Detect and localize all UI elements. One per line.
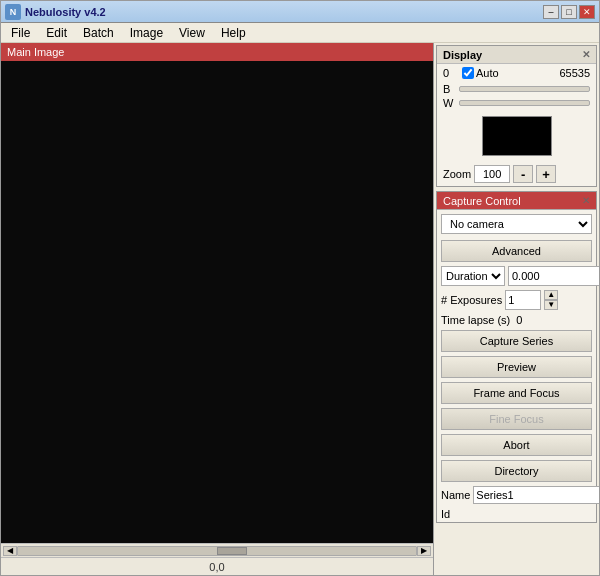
exposures-up-button[interactable]: ▲ xyxy=(544,290,558,300)
main-content: Main Image ◀ ▶ 0,0 Display ✕ xyxy=(1,43,599,575)
abort-button[interactable]: Abort xyxy=(441,434,592,456)
zoom-input[interactable] xyxy=(474,165,510,183)
duration-select[interactable]: Duration Bulb Fixed xyxy=(441,266,505,286)
capture-panel-title: Capture Control ✕ xyxy=(437,192,596,210)
zoom-minus-button[interactable]: - xyxy=(513,165,533,183)
app-icon: N xyxy=(5,4,21,20)
display-close-button[interactable]: ✕ xyxy=(582,49,590,60)
max-value: 65535 xyxy=(559,67,590,79)
zoom-plus-button[interactable]: + xyxy=(536,165,556,183)
capture-panel: Capture Control ✕ No camera Advanced Dur… xyxy=(436,191,597,523)
preview-button[interactable]: Preview xyxy=(441,356,592,378)
close-button[interactable]: ✕ xyxy=(579,5,595,19)
right-panel: Display ✕ 0 Auto 65535 B W xyxy=(434,43,599,575)
minimize-button[interactable]: – xyxy=(543,5,559,19)
b-slider[interactable] xyxy=(459,86,590,92)
camera-select[interactable]: No camera xyxy=(441,214,592,234)
name-input[interactable] xyxy=(473,486,599,504)
timelapse-value: 0 xyxy=(516,314,522,326)
auto-label: Auto xyxy=(476,67,499,79)
scroll-track-h[interactable] xyxy=(17,546,417,556)
exposures-row: # Exposures ▲ ▼ xyxy=(437,288,596,312)
display-panel-title: Display ✕ xyxy=(437,46,596,64)
image-panel: Main Image ◀ ▶ 0,0 xyxy=(1,43,434,575)
horizontal-scrollbar[interactable]: ◀ ▶ xyxy=(1,543,433,557)
advanced-button[interactable]: Advanced xyxy=(441,240,592,262)
main-window: N Nebulosity v4.2 – □ ✕ File Edit Batch … xyxy=(0,0,600,576)
name-label: Name xyxy=(441,489,470,501)
w-slider-row: W xyxy=(437,96,596,110)
id-row: Id xyxy=(437,506,596,522)
timelapse-label: Time lapse (s) xyxy=(441,314,510,326)
id-label: Id xyxy=(441,508,450,520)
menu-edit[interactable]: Edit xyxy=(38,24,75,42)
w-slider[interactable] xyxy=(459,100,590,106)
name-row: Name xyxy=(437,484,596,506)
capture-series-button[interactable]: Capture Series xyxy=(441,330,592,352)
auto-checkbox-container: Auto xyxy=(462,67,499,79)
menu-help[interactable]: Help xyxy=(213,24,254,42)
image-canvas xyxy=(1,61,433,543)
menu-file[interactable]: File xyxy=(3,24,38,42)
duration-input[interactable] xyxy=(508,266,599,286)
b-slider-row: B xyxy=(437,82,596,96)
w-label: W xyxy=(443,97,455,109)
timelapse-row: Time lapse (s) 0 xyxy=(437,312,596,328)
exposures-label: # Exposures xyxy=(441,294,502,306)
capture-close-button[interactable]: ✕ xyxy=(582,195,590,206)
menu-bar: File Edit Batch Image View Help xyxy=(1,23,599,43)
directory-button[interactable]: Directory xyxy=(441,460,592,482)
zoom-label: Zoom xyxy=(443,168,471,180)
restore-button[interactable]: □ xyxy=(561,5,577,19)
duration-row: Duration Bulb Fixed xyxy=(437,264,596,288)
menu-image[interactable]: Image xyxy=(122,24,171,42)
exposures-spinner: ▲ ▼ xyxy=(544,290,558,310)
zoom-row: Zoom - + xyxy=(437,162,596,186)
exposures-input[interactable] xyxy=(505,290,541,310)
window-title: Nebulosity v4.2 xyxy=(25,6,543,18)
scroll-right-arrow[interactable]: ▶ xyxy=(417,546,431,556)
auto-checkbox[interactable] xyxy=(462,67,474,79)
menu-view[interactable]: View xyxy=(171,24,213,42)
scroll-left-arrow[interactable]: ◀ xyxy=(3,546,17,556)
image-panel-title: Main Image xyxy=(1,43,433,61)
scroll-thumb-h[interactable] xyxy=(217,547,247,555)
window-controls: – □ ✕ xyxy=(543,5,595,19)
color-preview xyxy=(482,116,552,156)
title-bar: N Nebulosity v4.2 – □ ✕ xyxy=(1,1,599,23)
min-value: 0 xyxy=(443,67,459,79)
fine-focus-button[interactable]: Fine Focus xyxy=(441,408,592,430)
display-panel: Display ✕ 0 Auto 65535 B W xyxy=(436,45,597,187)
exposures-down-button[interactable]: ▼ xyxy=(544,300,558,310)
status-bar: 0,0 xyxy=(1,557,433,575)
menu-batch[interactable]: Batch xyxy=(75,24,122,42)
display-range-row: 0 Auto 65535 xyxy=(437,64,596,82)
coords-display: 0,0 xyxy=(209,561,224,573)
frame-focus-button[interactable]: Frame and Focus xyxy=(441,382,592,404)
b-label: B xyxy=(443,83,455,95)
